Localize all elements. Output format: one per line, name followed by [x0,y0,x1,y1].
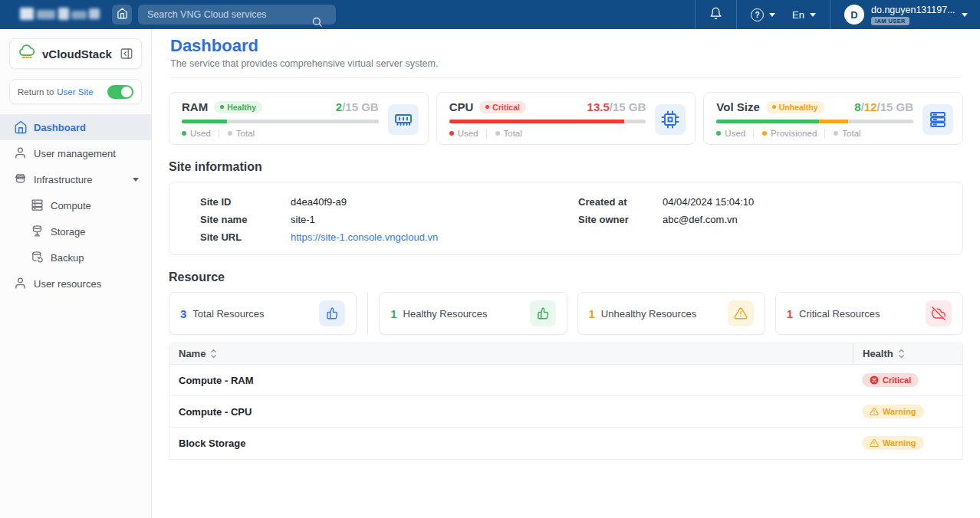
cloud-logo-icon [18,43,36,64]
metrics-row: RAM Healthy 2/15 GB Used Total [169,92,963,145]
field-label: Site URL [200,231,291,243]
column-header-name[interactable]: Name [169,348,853,359]
home-icon [14,120,28,134]
site-information-card: Site IDd4ea40f9-a9 Site namesite-1 Site … [169,182,963,255]
warning-triangle-icon [728,300,754,326]
notifications-section[interactable] [695,0,736,29]
language-selector[interactable]: En [792,9,816,21]
site-info-left-column: Site IDd4ea40f9-a9 Site namesite-1 Site … [200,193,438,246]
backup-icon [31,251,44,264]
sidebar-item-compute[interactable]: Compute [0,192,151,218]
metric-name: Vol Size [716,100,759,113]
collapse-sidebar-button[interactable] [120,47,133,61]
cpu-usage-bar [449,120,646,123]
home-icon [117,8,128,22]
screen: ? En D do.nguyen131197... IAM USER [0,0,980,518]
page-title: Dashboard [170,36,962,56]
resource-stats-row: 3 Total Resources 1 Healthy Resources 1 … [169,292,963,335]
status-badge: Critical [479,101,526,113]
sidebar-item-label: Dashboard [34,122,86,133]
sidebar-item-user-management[interactable]: User management [0,140,151,166]
warning-triangle-icon [870,407,879,416]
user-icon [14,277,28,290]
home-button[interactable] [112,5,132,25]
cloud-off-icon [926,300,952,326]
unhealthy-resources-card: 1 Unhealthy Resources [577,292,765,335]
healthy-resources-card: 1 Healthy Resources [379,292,567,335]
stat-label: Unhealthy Resources [601,308,696,320]
user-site-link[interactable]: User Site [57,87,93,97]
metric-legend: Used Provisioned Total [716,129,913,138]
help-icon: ? [751,8,764,21]
site-id-value: d4ea40f9-a9 [291,196,347,208]
table-row[interactable]: Compute - RAM Critical [169,365,962,396]
status-dot [485,105,489,109]
field-label: Site ID [200,196,291,208]
sidebar-item-storage[interactable]: Storage [0,218,151,244]
bell-icon [709,7,722,23]
storage-icon [31,225,44,238]
toggle-knob [121,87,132,97]
status-badge: Unhealthy [766,101,824,113]
sidebar-item-infrastructure[interactable]: Infrastructure [0,166,151,192]
page-header: Dashboard The service that provides comp… [152,29,980,78]
navbar-right: ? En D do.nguyen131197... IAM USER [695,0,980,29]
stat-count: 1 [787,307,793,320]
volume-icon [922,104,953,135]
sidebar-item-label: User resources [34,278,101,290]
column-header-health[interactable]: Health [853,343,962,364]
metric-value: 8/12/15 GB [854,100,913,113]
used-segment [716,120,818,123]
main-content: Dashboard The service that provides comp… [152,29,980,518]
resource-table: Name Health Compute - RAM [169,343,963,460]
site-name-value: site-1 [291,214,315,225]
table-header: Name Health [169,343,962,365]
used-segment [182,120,227,123]
stat-label: Total Resources [192,308,264,320]
metric-legend: Used Total [449,129,646,138]
resource-name: Compute - CPU [169,406,853,418]
return-to-user-site: Return to User Site [9,79,142,104]
field-label: Created at [578,196,663,208]
stat-label: Critical Resources [799,308,880,320]
total-resources-card: 3 Total Resources [169,292,357,335]
user-meta: do.nguyen131197... IAM USER [871,5,955,25]
metric-name: CPU [449,100,474,113]
resource-heading: Resource [169,270,963,284]
site-information-heading: Site information [169,160,963,174]
cpu-icon [655,104,686,135]
thumbs-up-icon [530,300,556,326]
sidebar-item-label: Infrastructure [34,174,93,185]
sidebar-item-label: Compute [51,200,91,211]
sidebar-menu: Dashboard User management Infrastructure [0,114,151,297]
help-menu[interactable]: ? [751,8,775,21]
search-box [138,5,336,25]
avatar: D [844,5,864,25]
chevron-down-icon [810,13,816,17]
metric-value: 2/15 GB [336,100,379,113]
sidebar-item-label: User management [34,148,116,159]
user-menu[interactable]: D do.nguyen131197... IAM USER [830,0,980,29]
site-url-link[interactable]: https://site-1.console.vngcloud.vn [291,231,438,243]
brand-card: vCloudStack [9,38,142,69]
table-row[interactable]: Compute - CPU Warning [169,396,962,428]
sidebar-item-dashboard[interactable]: Dashboard [0,114,151,140]
thumbs-up-icon [319,300,345,326]
user-name: do.nguyen131197... [871,5,955,15]
sidebar-item-user-resources[interactable]: User resources [0,270,151,297]
user-site-toggle[interactable] [107,85,133,99]
stats-divider [367,292,368,335]
metric-legend: Used Total [182,129,379,138]
sidebar-item-label: Storage [51,226,86,238]
created-at-value: 04/04/2024 15:04:10 [663,196,754,208]
chevron-down-icon [769,13,775,17]
ram-metric-card: RAM Healthy 2/15 GB Used Total [169,92,429,145]
sidebar-item-backup[interactable]: Backup [0,244,151,270]
table-row[interactable]: Block Storage Warning [169,428,962,459]
site-info-right-column: Created at04/04/2024 15:04:10 Site owner… [578,193,754,228]
metric-name: RAM [182,100,208,113]
sort-icon [210,349,217,359]
infrastructure-icon [14,172,28,186]
health-badge-warning: Warning [862,405,924,418]
used-segment [449,120,624,123]
